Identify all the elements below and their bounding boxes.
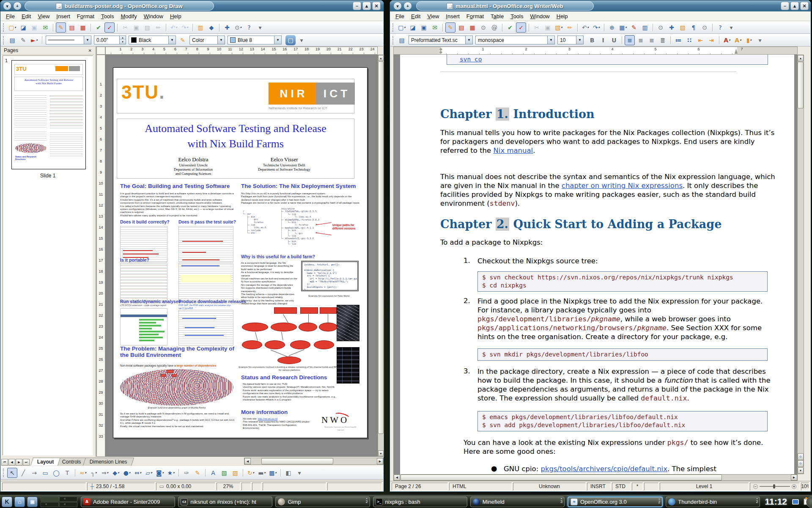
draw-canvas[interactable]: 3TU. N I R I C T Netherlands Institute f… xyxy=(105,55,378,457)
close-button[interactable]: ✕ xyxy=(372,2,381,10)
zoom-icon[interactable]: ⊙ xyxy=(700,22,710,33)
tab-first-icon[interactable]: ⏮ xyxy=(1,459,8,466)
align-left-icon[interactable]: ≡ xyxy=(625,35,635,45)
menu-item[interactable]: File xyxy=(392,12,408,21)
menu-item[interactable]: Window xyxy=(527,12,553,21)
task-minefield[interactable]: Minefield 3 xyxy=(470,497,565,507)
bold-icon[interactable]: B xyxy=(587,35,597,45)
from-file-icon[interactable]: ▧ xyxy=(219,468,229,478)
task-thunderbird[interactable]: Thunderbird-bin 2 xyxy=(666,497,760,507)
zoom-in-icon[interactable]: + xyxy=(792,484,796,489)
undo-icon[interactable]: ↶▾ xyxy=(580,22,590,33)
poster-page[interactable]: 3TU. N I R I C T Netherlands Institute f… xyxy=(113,67,368,438)
auto-spellcheck-icon[interactable]: ✓ xyxy=(516,22,526,33)
task-konsole[interactable]: >_ nixpkgs : bash xyxy=(373,497,467,507)
draw-functions-icon[interactable]: ✎ xyxy=(629,22,639,33)
minimize-button[interactable]: – xyxy=(781,2,789,10)
toolbar-icon[interactable] xyxy=(115,22,119,33)
text-icon[interactable]: T xyxy=(62,468,72,478)
export-pdf-icon[interactable]: ▤ xyxy=(456,22,466,33)
toolbar-icon[interactable] xyxy=(177,468,181,478)
format-icon[interactable] xyxy=(620,35,624,45)
toolbar-grip[interactable] xyxy=(3,36,5,44)
new-document-icon[interactable]: ▢▾ xyxy=(7,22,17,33)
toolbar-icon[interactable] xyxy=(576,22,579,33)
toolbar-icon[interactable] xyxy=(241,468,245,478)
menu-item[interactable]: Tools xyxy=(507,12,527,21)
spellcheck-icon[interactable]: ✔ xyxy=(505,22,515,33)
minimize-button[interactable]: – xyxy=(353,2,361,10)
zoom-track[interactable] xyxy=(760,486,790,487)
print-icon[interactable]: ▦ xyxy=(467,22,477,33)
pages-panel-header[interactable]: Pages ✕ xyxy=(1,47,94,55)
home-icon[interactable]: ⌂ xyxy=(14,497,25,507)
email-document-icon[interactable]: ✉ xyxy=(430,22,440,33)
toolbar-icon[interactable] xyxy=(89,22,93,33)
justify-icon[interactable]: ≣ xyxy=(658,35,668,45)
copy-icon[interactable]: ▣ xyxy=(543,22,553,33)
menu-item[interactable]: Format xyxy=(74,12,98,21)
connector-icon[interactable]: ┐▾ xyxy=(89,468,99,478)
menu-item[interactable]: Format xyxy=(463,12,487,21)
tab-prev-icon[interactable]: ◀ xyxy=(8,459,15,466)
menu-item[interactable]: Help xyxy=(167,12,185,21)
redo-icon[interactable]: ↷▾ xyxy=(180,22,190,33)
toolbar-icon[interactable] xyxy=(279,468,283,478)
arrange-icon[interactable]: ▩▾ xyxy=(268,468,278,478)
slide-thumbnail[interactable]: 3TU Automated Software Testing and Relea… xyxy=(11,60,86,169)
styles-icon[interactable]: ▤ xyxy=(397,35,407,45)
save-icon[interactable]: ▣ xyxy=(29,22,39,33)
paragraph-style-combo[interactable]: Preformatted Text.sc▼ xyxy=(409,36,473,44)
task-adobe-reader[interactable]: A Adobe Reader - Sinter2009 xyxy=(81,497,175,507)
edit-points-icon[interactable]: ✑ xyxy=(181,468,192,478)
task-xchat[interactable]: cz niksnut on #nixos (+tnc): ht xyxy=(178,497,272,507)
status-size[interactable]: ▭0.00 x 0.00 xyxy=(156,483,215,491)
status-zoom-percent[interactable]: 110% xyxy=(801,483,809,491)
align-right-icon[interactable]: ≡ xyxy=(647,35,657,45)
help-icon[interactable]: ? xyxy=(244,22,254,33)
window-sticky-icon[interactable]: + xyxy=(403,2,412,10)
select-icon[interactable]: ↖ xyxy=(7,468,17,478)
spellcheck-icon[interactable]: ✔ xyxy=(93,22,104,33)
status-page[interactable]: Page 2 / 26 xyxy=(392,483,448,491)
zoom-star-icon[interactable]: ✚ xyxy=(222,22,232,33)
kmenu-icon[interactable]: K xyxy=(2,497,12,507)
writer-docarea[interactable]: svn co Chapter 1. Introduction This manu… xyxy=(393,55,797,474)
system-icon[interactable]: ▣ xyxy=(27,497,38,507)
zoom-thumb[interactable] xyxy=(773,484,775,489)
menu-item[interactable]: Edit xyxy=(408,12,424,21)
toolbar-icon[interactable] xyxy=(441,22,444,33)
nonprinting-chars-icon[interactable]: ¶ xyxy=(689,22,699,33)
extrusion-icon[interactable]: ◧ xyxy=(283,468,294,478)
glue-points-icon[interactable]: ✎ xyxy=(192,468,203,478)
curve-icon[interactable]: ≈▾ xyxy=(78,468,88,478)
flowchart-icon[interactable]: ▱▾ xyxy=(144,468,154,478)
edit-file-icon[interactable]: ✎ xyxy=(56,22,66,33)
edit-file-icon[interactable]: ✎ xyxy=(445,22,455,33)
maximize-button[interactable]: ▲ xyxy=(362,2,371,10)
insert-table-icon[interactable]: ▦▾ xyxy=(618,22,628,33)
line-icon[interactable]: ╱ xyxy=(18,468,28,478)
numbered-list-icon[interactable]: ≔ xyxy=(673,35,683,45)
draw-hscrollbar[interactable]: ◀ ▶ xyxy=(244,458,384,465)
html-source-icon[interactable]: @ xyxy=(489,22,499,33)
close-button[interactable]: ✕ xyxy=(800,2,809,10)
menu-item[interactable]: Modify xyxy=(117,12,140,21)
increase-indent-icon[interactable]: ⇥ xyxy=(706,35,716,45)
open-icon[interactable]: ◪ xyxy=(18,22,28,33)
maximize-button[interactable]: ▲ xyxy=(790,2,799,10)
tab-last-icon[interactable]: ⏭ xyxy=(23,459,30,466)
toolbar-icon[interactable] xyxy=(710,22,714,33)
rectangle-icon[interactable]: ▭ xyxy=(40,468,50,478)
tab-next-icon[interactable]: ▶ xyxy=(16,459,22,466)
new-html-icon[interactable]: ▢▾ xyxy=(397,22,407,33)
font-color-icon[interactable]: A▾ xyxy=(722,35,732,45)
menu-item[interactable]: Insert xyxy=(53,12,74,21)
toolbar-grip[interactable] xyxy=(3,23,5,32)
menu-item[interactable]: Help xyxy=(553,12,571,21)
draw-titlebar[interactable]: ▾ + ▲ buildfarms-poster.odg - OpenOffice… xyxy=(0,0,384,11)
writer-ruler[interactable]: 1234567 xyxy=(393,47,798,55)
lines-arrows-icon[interactable]: ⇒▾ xyxy=(100,468,110,478)
format-paintbrush-icon[interactable]: ✏ xyxy=(153,22,163,33)
zoom-icon[interactable]: ⊙▾ xyxy=(233,22,243,33)
